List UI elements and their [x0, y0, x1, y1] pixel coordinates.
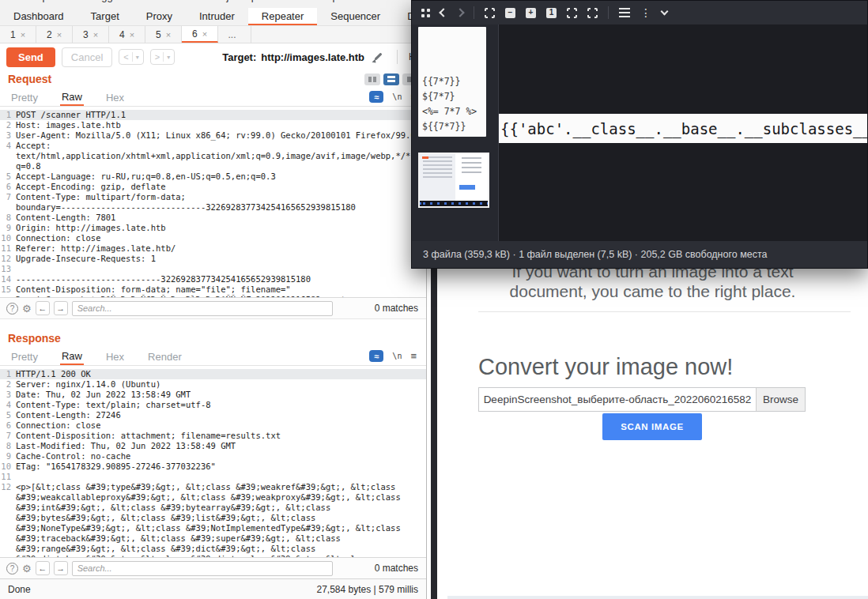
cancel-button[interactable]: Cancel: [62, 47, 112, 67]
browse-button[interactable]: Browse: [756, 388, 805, 411]
repeater-tab[interactable]: ...: [218, 26, 251, 43]
editor-line: 9 Cache-Control: no-cache: [0, 451, 426, 461]
editor-line: 7 Content-Disposition: attachment; filen…: [0, 431, 426, 441]
request-title: Request: [8, 73, 51, 85]
search-input[interactable]: [72, 301, 333, 316]
search-prev-button[interactable]: ←: [36, 561, 50, 575]
editor-line: q=0.8: [0, 161, 426, 171]
main-tab[interactable]: Target: [77, 8, 133, 25]
close-icon[interactable]: ×: [202, 29, 207, 39]
zoom-actual-size-icon[interactable]: 1: [546, 8, 557, 18]
layout-rows-button[interactable]: [383, 73, 399, 85]
kebab-menu-icon[interactable]: ⋮: [640, 7, 651, 18]
history-forward-button[interactable]: > ▾: [150, 49, 175, 65]
fit-screen-icon[interactable]: [587, 8, 598, 18]
main-tab[interactable]: Intruder: [186, 8, 248, 25]
request-search-bar: ? ⚙ ← → 0 matches: [0, 297, 426, 318]
screenshot-thumbnail[interactable]: [418, 153, 489, 208]
view-tab[interactable]: Hex: [104, 348, 126, 364]
top-menu-tab[interactable]: Extender: [145, 0, 187, 2]
editor-line: &#39;range&#39;&gt;, &lt;class &#39;dict…: [0, 544, 426, 554]
repeater-tab[interactable]: 6 ×: [182, 26, 218, 43]
editor-line: &#39;bytes&#39;&gt;, &lt;class &#39;list…: [0, 513, 426, 523]
top-menu-tab[interactable]: Project options: [210, 0, 278, 2]
search-next-button[interactable]: →: [54, 301, 68, 315]
repeater-tab[interactable]: 2 ×: [36, 26, 73, 43]
top-menu-tab[interactable]: User options: [302, 0, 360, 2]
send-button[interactable]: Send: [6, 47, 55, 67]
main-tab[interactable]: Sequencer: [317, 8, 394, 25]
view-tab[interactable]: Raw: [60, 347, 84, 365]
burp-status-bar: Done 27,584 bytes | 579 millis: [0, 578, 426, 599]
history-back-button[interactable]: < ▾: [119, 49, 143, 65]
payload-text-thumbnail[interactable]: {{7*7}}${7*7}<%= 7*7 %>${{7*7}}: [418, 27, 486, 137]
response-editor[interactable]: 1 HTTP/1.1 200 OK 2 Server: nginx/1.14.0…: [0, 366, 426, 557]
search-input[interactable]: [72, 561, 333, 576]
close-icon[interactable]: ×: [93, 30, 98, 40]
editor-menu-icon[interactable]: ≡: [410, 350, 417, 362]
chevron-down-icon[interactable]: [661, 8, 669, 16]
editor-line: 11: [0, 472, 426, 482]
editor-line: 2 Host: images.late.htb: [0, 120, 426, 130]
editor-line: 12 <p>[&lt;class &#39;type&#39;&gt;, &lt…: [0, 482, 426, 492]
top-menu-tab[interactable]: Learn: [383, 0, 409, 2]
status-metrics: 27,584 bytes | 579 millis: [316, 584, 418, 595]
repeater-tab[interactable]: 1 ×: [0, 26, 36, 43]
tagline-line2: document, you came to the right place.: [437, 282, 868, 301]
panel-splitter[interactable]: [0, 318, 426, 330]
back-icon[interactable]: [439, 8, 447, 17]
image-strip-view[interactable]: {{'abc'.__class__.__base__.__subclasses_…: [499, 114, 867, 143]
close-icon[interactable]: ×: [21, 30, 25, 40]
main-tab[interactable]: Proxy: [133, 8, 186, 25]
view-tab[interactable]: Pretty: [9, 348, 40, 364]
request-view-tabs: PrettyRawHex ≈ \n ≡: [0, 88, 426, 107]
repeater-tab[interactable]: 5 ×: [145, 26, 182, 43]
gear-icon[interactable]: ⚙: [22, 303, 32, 314]
close-icon[interactable]: ×: [130, 30, 134, 40]
file-input[interactable]: DeepinScreenshot_выберите-область_202206…: [478, 387, 806, 412]
editor-line: &#39;weakcallableproxy&#39;&gt;, &lt;cla…: [0, 492, 426, 503]
newline-toggle-icon[interactable]: \n: [392, 352, 402, 360]
response-view-tabs: PrettyRawHexRender ≈ \n ≡: [0, 347, 426, 366]
zoom-in-icon[interactable]: +: [526, 8, 536, 18]
search-prev-button[interactable]: ←: [36, 301, 50, 315]
request-editor[interactable]: 1 POST /scanner HTTP/1.1 2 Host: images.…: [0, 107, 426, 297]
view-tab[interactable]: Raw: [60, 88, 84, 106]
view-tab[interactable]: Pretty: [9, 89, 40, 105]
thumbnail-panel: {{7*7}}${7*7}<%= 7*7 %>${{7*7}}: [412, 24, 499, 241]
gear-icon[interactable]: ⚙: [22, 563, 32, 574]
search-next-button[interactable]: →: [54, 561, 68, 575]
view-tab[interactable]: Hex: [104, 89, 126, 105]
layout-columns-button[interactable]: [364, 73, 380, 85]
top-menu-tab[interactable]: Logger: [90, 0, 122, 2]
top-menu-tab[interactable]: Comparer: [21, 0, 66, 2]
main-tab[interactable]: Repeater: [248, 8, 317, 25]
main-tab[interactable]: Dashboard: [0, 8, 77, 25]
help-icon[interactable]: ?: [6, 303, 18, 315]
forward-icon[interactable]: [455, 8, 464, 17]
thumbnails-grid-icon[interactable]: [421, 9, 430, 17]
chevron-down-icon[interactable]: ▾: [136, 54, 139, 61]
burp-suite-window: ComparerLoggerExtenderProject optionsUse…: [0, 0, 427, 599]
zoom-out-icon[interactable]: −: [505, 8, 515, 18]
newline-toggle-icon[interactable]: \n: [392, 92, 402, 101]
repeater-tab[interactable]: 3 ×: [73, 26, 109, 43]
zoom-fit-icon[interactable]: [485, 8, 495, 18]
pencil-icon[interactable]: [372, 51, 384, 63]
view-tab[interactable]: Render: [146, 348, 183, 364]
burp-top-menu-row: ComparerLoggerExtenderProject optionsUse…: [0, 0, 426, 8]
help-icon[interactable]: ?: [6, 563, 18, 575]
editor-line: 15 Content-Disposition: form-data; name=…: [0, 284, 426, 295]
repeater-tab[interactable]: 4 ×: [109, 26, 145, 43]
close-icon[interactable]: ×: [57, 30, 62, 40]
prettify-icon[interactable]: ≈: [369, 350, 383, 362]
prettify-icon[interactable]: ≈: [369, 91, 383, 103]
chevron-down-icon[interactable]: ▾: [167, 54, 170, 61]
scan-image-button[interactable]: SCAN IMAGE: [602, 413, 702, 440]
close-icon[interactable]: ×: [166, 30, 171, 40]
list-view-icon[interactable]: [619, 8, 630, 17]
editor-line: 5 Content-Length: 27246: [0, 410, 426, 420]
editor-line: 2 Server: nginx/1.14.0 (Ubuntu): [0, 379, 426, 390]
editor-line: 8 Content-Length: 7801: [0, 213, 426, 223]
fit-width-icon[interactable]: [567, 8, 577, 18]
